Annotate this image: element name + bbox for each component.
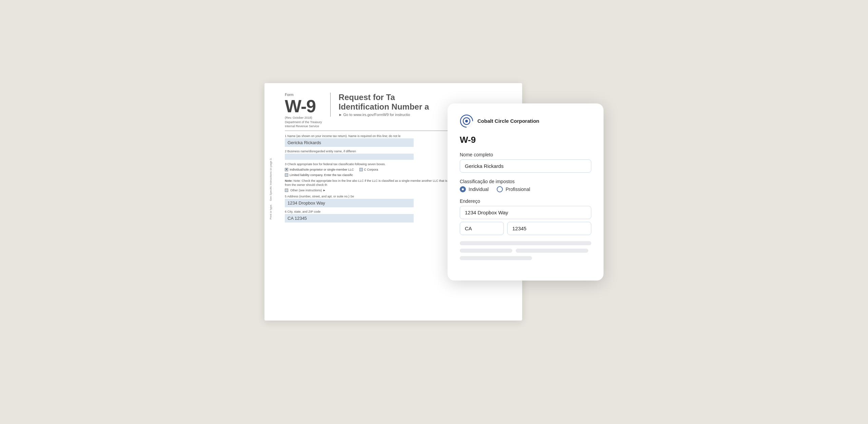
main-scene: Print or type. See Specific Instructions… — [264, 83, 604, 341]
radio-professional-circle — [497, 186, 503, 192]
w9-right-header: Request for Ta Identification Number a ►… — [330, 93, 429, 117]
w9-side-text: Print or type. See Specific Instructions… — [269, 158, 273, 219]
w9-checkbox-llc: Limited liability company. Enter the tax… — [285, 173, 353, 177]
address-group: Endereço — [460, 198, 591, 235]
w9-business-name — [285, 154, 414, 160]
w9-checkbox-llc-box — [285, 173, 288, 177]
radio-individual[interactable]: Individual — [460, 186, 489, 192]
w9-checkbox-ccorp-box — [359, 168, 363, 171]
w9-citystate-value: CA 12345 — [285, 214, 414, 223]
modal-card: Cobalt Circle Corporation W-9 Nome compl… — [448, 103, 604, 281]
radio-individual-label: Individual — [469, 187, 489, 192]
skeleton-line-1 — [460, 241, 591, 245]
w9-rev-info: (Rev. October 2018) Department of the Tr… — [285, 116, 322, 129]
address-label: Endereço — [460, 198, 591, 204]
w9-checkbox-other-box — [285, 189, 288, 192]
radio-individual-circle — [460, 186, 466, 192]
w9-address-value: 1234 Dropbox Way — [285, 199, 414, 207]
state-input[interactable] — [460, 222, 504, 235]
state-zip-row — [460, 222, 591, 235]
w9-checkbox-individual: X Individual/sole proprietor or single-m… — [285, 168, 354, 171]
w9-name-value: Gericka Rickards — [285, 138, 414, 147]
full-name-group: Nome completo — [460, 152, 591, 173]
w9-checkbox-individual-box: X — [285, 168, 288, 171]
w9-checkbox-ccorp: C Corpora — [359, 168, 378, 171]
skeleton-line-3 — [516, 249, 588, 253]
skeleton-line-4 — [460, 256, 532, 260]
modal-form-title: W-9 — [460, 135, 591, 145]
company-name: Cobalt Circle Corporation — [477, 118, 539, 124]
address-input[interactable] — [460, 206, 591, 219]
zip-input[interactable] — [507, 222, 591, 235]
skeleton-line-2 — [460, 249, 512, 253]
modal-bottom-skeleton — [460, 241, 591, 268]
svg-point-2 — [465, 120, 468, 122]
w9-form-number: W-9 — [285, 97, 322, 115]
full-name-input[interactable] — [460, 159, 591, 173]
skeleton-pair-1 — [460, 249, 591, 253]
tax-class-group: Classificação de impostos Individual Pro… — [460, 179, 591, 192]
full-name-label: Nome completo — [460, 152, 591, 157]
tax-class-radio-group: Individual Profissional — [460, 186, 591, 192]
company-logo-icon — [460, 114, 473, 128]
radio-professional-label: Profissional — [506, 187, 530, 192]
modal-header: Cobalt Circle Corporation — [460, 114, 591, 128]
tax-class-label: Classificação de impostos — [460, 179, 591, 184]
radio-professional[interactable]: Profissional — [497, 186, 530, 192]
